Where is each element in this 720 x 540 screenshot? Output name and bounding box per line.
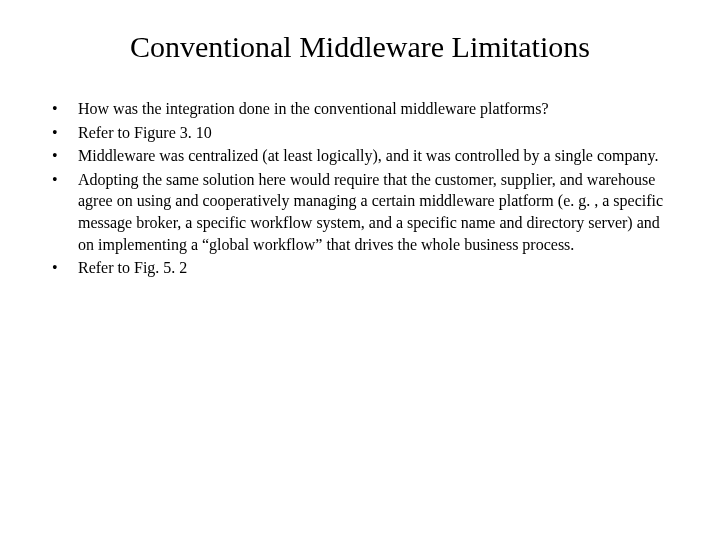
list-item: • Adopting the same solution here would …: [50, 169, 670, 255]
bullet-text: Adopting the same solution here would re…: [78, 169, 670, 255]
slide-title: Conventional Middleware Limitations: [50, 30, 670, 64]
bullet-icon: •: [50, 122, 78, 144]
bullet-text: Refer to Fig. 5. 2: [78, 257, 670, 279]
bullet-icon: •: [50, 98, 78, 120]
list-item: • How was the integration done in the co…: [50, 98, 670, 120]
list-item: • Refer to Fig. 5. 2: [50, 257, 670, 279]
slide: Conventional Middleware Limitations • Ho…: [0, 0, 720, 540]
list-item: • Middleware was centralized (at least l…: [50, 145, 670, 167]
bullet-icon: •: [50, 257, 78, 279]
bullet-text: How was the integration done in the conv…: [78, 98, 670, 120]
bullet-text: Middleware was centralized (at least log…: [78, 145, 670, 167]
bullet-icon: •: [50, 169, 78, 191]
bullet-icon: •: [50, 145, 78, 167]
bullet-text: Refer to Figure 3. 10: [78, 122, 670, 144]
list-item: • Refer to Figure 3. 10: [50, 122, 670, 144]
bullet-list: • How was the integration done in the co…: [50, 98, 670, 279]
